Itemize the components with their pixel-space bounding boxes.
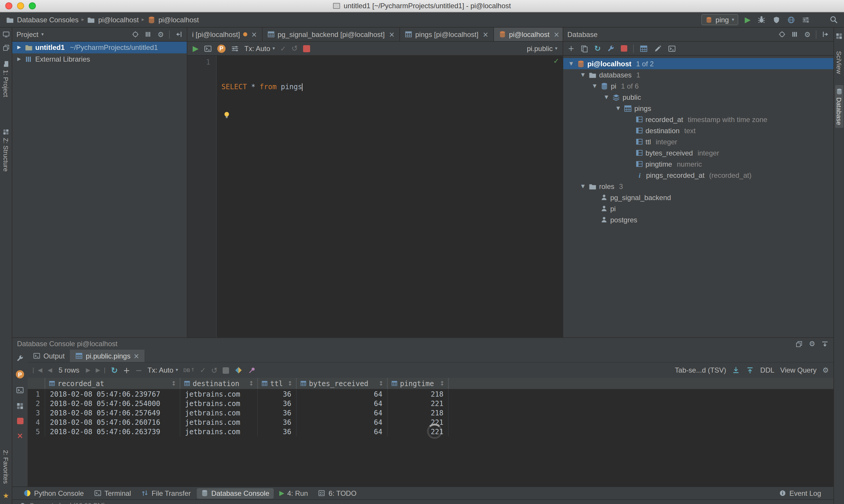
search-everywhere-icon[interactable]: [829, 15, 838, 24]
db-tree-row-bytes-received[interactable]: bytes_received integer: [563, 147, 833, 158]
cell-recorded-at[interactable]: 2018-02-08 05:47:06.254000: [45, 399, 180, 408]
ddl-button[interactable]: DDL: [760, 366, 774, 374]
cell-bytes-received[interactable]: 64: [297, 408, 387, 418]
tool-strip-tab-database[interactable]: Database: [835, 85, 843, 128]
close-tab-icon[interactable]: ×: [389, 31, 395, 38]
new-console-icon[interactable]: [16, 386, 24, 394]
db-tree-row-pi-role[interactable]: pi: [563, 203, 833, 214]
close-console-icon[interactable]: ×: [17, 432, 23, 439]
toolbar-button-run[interactable]: ▶ 4: Run: [275, 488, 312, 499]
cell-recorded-at[interactable]: 2018-02-08 05:47:06.260716: [45, 418, 180, 427]
tool-strip-tab-sciview[interactable]: SciView: [835, 48, 843, 77]
hide-panel-icon[interactable]: [175, 31, 183, 38]
breadcrumb-pi-localhost-1[interactable]: pi@localhost: [87, 16, 139, 24]
project-panel-title[interactable]: Project: [16, 30, 38, 38]
tx-mode-select[interactable]: Tx: Auto ▾: [148, 366, 178, 374]
column-header-ttl[interactable]: ttl ↕: [258, 378, 297, 389]
run-button[interactable]: ▶: [745, 16, 751, 23]
rollback-icon[interactable]: ↺: [291, 44, 298, 52]
minimize-window-button[interactable]: [17, 2, 24, 10]
sort-icon[interactable]: ↕: [288, 380, 292, 386]
cell-bytes-received[interactable]: 64: [297, 399, 387, 408]
edit-configurations-icon[interactable]: [802, 16, 810, 24]
db-tree-row-ttl[interactable]: ttl integer: [563, 136, 833, 147]
cell-bytes-received[interactable]: 64: [297, 418, 387, 427]
code-line[interactable]: SELECT * from pings: [221, 83, 563, 91]
first-page-button[interactable]: |◀: [32, 367, 42, 373]
chevron-down-icon[interactable]: ▼: [568, 61, 574, 66]
view-query-button[interactable]: View Query: [780, 366, 817, 374]
db-tree-row-roles[interactable]: ▼ roles 3: [563, 181, 833, 192]
editor-tab-1[interactable]: i [pi@localhost] ×: [187, 28, 262, 41]
project-tree-row-external-libraries[interactable]: ▶ External Libraries: [12, 53, 187, 65]
chevron-down-icon[interactable]: ▾: [41, 32, 44, 37]
open-table-icon[interactable]: [640, 44, 648, 53]
reload-page-icon[interactable]: ↻: [111, 366, 118, 374]
gear-icon[interactable]: ⚙: [809, 340, 815, 347]
stop-icon[interactable]: [17, 418, 23, 424]
close-window-button[interactable]: [5, 2, 12, 10]
cell-recorded-at[interactable]: 2018-02-08 05:47:06.257649: [45, 408, 180, 418]
chevron-right-icon[interactable]: ▶: [16, 45, 22, 50]
db-tree-row-postgres[interactable]: postgres: [563, 214, 833, 225]
sort-icon[interactable]: ↕: [171, 380, 176, 386]
db-tree-row-pg-signal-backend[interactable]: pg_signal_backend: [563, 192, 833, 203]
sort-icon[interactable]: ↕: [379, 380, 383, 386]
sort-icon[interactable]: ↕: [249, 380, 254, 386]
locate-icon[interactable]: [778, 31, 786, 38]
column-header-recorded-at[interactable]: recorded_at ↕: [45, 378, 180, 389]
db-tree-row-destination[interactable]: destination text: [563, 125, 833, 136]
add-data-source-icon[interactable]: +: [568, 44, 574, 52]
hide-panel-icon[interactable]: [821, 340, 829, 348]
data-view-settings-icon[interactable]: [235, 366, 243, 374]
delete-row-icon[interactable]: −: [135, 366, 142, 374]
collapse-all-icon[interactable]: [144, 31, 152, 38]
tool-strip-tab-structure[interactable]: Z: Structure: [2, 126, 10, 175]
event-log-button[interactable]: Event Log: [775, 488, 825, 499]
cell-destination[interactable]: jetbrains.com: [180, 399, 258, 408]
close-tab-icon[interactable]: ×: [554, 31, 559, 38]
postgresql-dialect-icon[interactable]: P: [16, 370, 24, 378]
cell-destination[interactable]: jetbrains.com: [180, 390, 258, 399]
cell-destination[interactable]: jetbrains.com: [180, 418, 258, 427]
rollback-icon[interactable]: ↺: [211, 366, 218, 374]
commit-icon[interactable]: ✓: [280, 45, 286, 52]
tool-strip-tab-project[interactable]: 1: Project: [2, 57, 10, 100]
db-tree-row-recorded-at[interactable]: recorded_at timestamp with time zone: [563, 114, 833, 125]
close-tab-icon[interactable]: ×: [133, 352, 139, 359]
cell-pingtime[interactable]: 218: [387, 408, 449, 418]
edit-source-icon[interactable]: [654, 44, 662, 53]
import-upload-icon[interactable]: [746, 366, 754, 374]
gear-icon[interactable]: ⚙: [804, 31, 811, 38]
tool-strip-tab-favorites[interactable]: 2: Favorites: [2, 447, 10, 486]
tool-window-icon-1[interactable]: [2, 31, 10, 38]
stop-icon[interactable]: [621, 45, 627, 52]
toolbar-button-file-transfer[interactable]: File Transfer: [137, 488, 195, 499]
profiler-button[interactable]: [787, 16, 795, 24]
duplicate-icon[interactable]: [580, 44, 588, 53]
data-extractor-select[interactable]: Tab-se...d (TSV): [675, 366, 726, 374]
stop-query-icon[interactable]: [223, 367, 229, 374]
table-row[interactable]: 1 2018-02-08 05:47:06.239767 jetbrains.c…: [28, 390, 833, 399]
tx-mode-select[interactable]: Tx: Auto ▾: [244, 44, 275, 53]
favorites-star-icon[interactable]: ★: [3, 492, 9, 499]
cell-bytes-received[interactable]: 64: [297, 427, 387, 436]
submit-db-icon[interactable]: DB↑: [183, 367, 195, 373]
cell-bytes-received[interactable]: 64: [297, 390, 387, 399]
gear-icon[interactable]: ⚙: [822, 367, 829, 374]
console-settings-icon[interactable]: [16, 354, 24, 363]
db-tree-row-pingtime[interactable]: pingtime numeric: [563, 158, 833, 169]
cell-ttl[interactable]: 36: [258, 390, 297, 399]
stop-button[interactable]: [303, 45, 310, 52]
locate-icon[interactable]: [132, 31, 139, 38]
last-page-button[interactable]: ▶|: [96, 367, 106, 373]
run-configuration-select[interactable]: ping ▾: [702, 14, 738, 25]
tool-window-icon-2[interactable]: [2, 44, 10, 52]
chevron-down-icon[interactable]: ▼: [591, 84, 598, 88]
add-row-icon[interactable]: +: [123, 366, 130, 374]
console-tab-output[interactable]: Output: [28, 350, 70, 362]
column-header-pingtime[interactable]: pingtime ↕: [387, 378, 449, 389]
toolbar-button-python-console[interactable]: Python Console: [19, 488, 88, 499]
db-tree-row-pi[interactable]: ▼ pi 1 of 6: [563, 80, 833, 92]
open-console-icon[interactable]: [204, 44, 212, 53]
